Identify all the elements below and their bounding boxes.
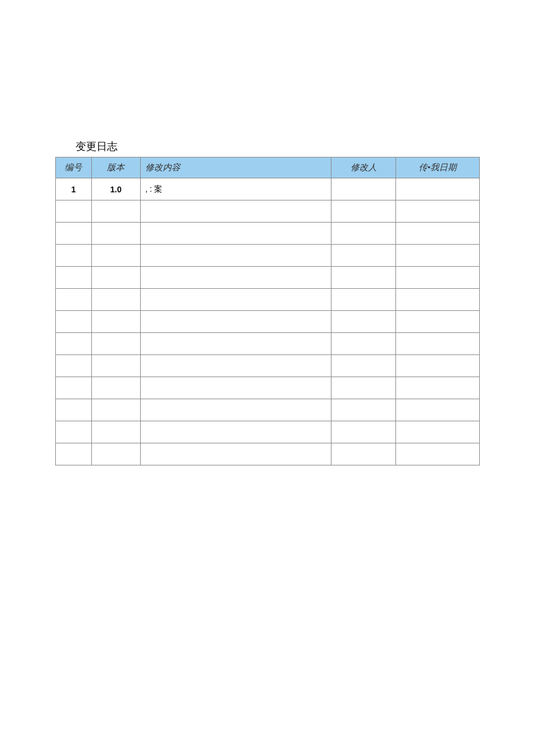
cell-version: 1.0	[91, 178, 140, 200]
cell-date	[396, 421, 480, 443]
cell-date	[396, 223, 480, 245]
cell-person	[331, 311, 396, 333]
cell-person	[331, 421, 396, 443]
table-header-row: 编号 版本 修改内容 修改人 传•我日期	[56, 157, 480, 178]
cell-person	[331, 289, 396, 311]
cell-date	[396, 399, 480, 421]
table-row	[56, 377, 480, 399]
header-content: 修改内容	[140, 157, 331, 178]
table-row	[56, 311, 480, 333]
table-row	[56, 200, 480, 223]
cell-person	[331, 377, 396, 399]
table-row	[56, 355, 480, 377]
cell-content	[140, 289, 331, 311]
cell-version	[91, 311, 140, 333]
header-date: 传•我日期	[396, 157, 480, 178]
cell-date	[396, 443, 480, 465]
cell-person	[331, 267, 396, 289]
header-person: 修改人	[331, 157, 396, 178]
cell-num	[56, 333, 92, 355]
table-body: 1 1.0 , : 案	[56, 178, 480, 465]
cell-num	[56, 311, 92, 333]
cell-version	[91, 200, 140, 223]
cell-date	[396, 178, 480, 200]
cell-version	[91, 245, 140, 267]
cell-num	[56, 355, 92, 377]
cell-date	[396, 311, 480, 333]
cell-content	[140, 355, 331, 377]
cell-num	[56, 200, 92, 223]
cell-person	[331, 178, 396, 200]
cell-content	[140, 333, 331, 355]
cell-date	[396, 289, 480, 311]
cell-version	[91, 289, 140, 311]
cell-content	[140, 377, 331, 399]
cell-num	[56, 421, 92, 443]
cell-person	[331, 443, 396, 465]
header-num: 编号	[56, 157, 92, 178]
cell-content	[140, 399, 331, 421]
cell-date	[396, 267, 480, 289]
header-version: 版本	[91, 157, 140, 178]
document-title: 变更日志	[76, 139, 483, 153]
table-row	[56, 223, 480, 245]
cell-num	[56, 399, 92, 421]
cell-version	[91, 223, 140, 245]
cell-version	[91, 421, 140, 443]
cell-person	[331, 333, 396, 355]
cell-date	[396, 355, 480, 377]
cell-num	[56, 267, 92, 289]
cell-version	[91, 443, 140, 465]
table-row	[56, 443, 480, 465]
cell-content	[140, 200, 331, 223]
cell-person	[331, 399, 396, 421]
table-row	[56, 245, 480, 267]
cell-content	[140, 311, 331, 333]
cell-num	[56, 443, 92, 465]
table-row	[56, 267, 480, 289]
table-row	[56, 333, 480, 355]
table-row	[56, 289, 480, 311]
cell-content	[140, 245, 331, 267]
table-row	[56, 399, 480, 421]
cell-person	[331, 245, 396, 267]
cell-version	[91, 333, 140, 355]
cell-date	[396, 200, 480, 223]
cell-version	[91, 399, 140, 421]
cell-num	[56, 245, 92, 267]
cell-version	[91, 377, 140, 399]
table-row: 1 1.0 , : 案	[56, 178, 480, 200]
cell-person	[331, 355, 396, 377]
cell-num	[56, 377, 92, 399]
cell-num: 1	[56, 178, 92, 200]
cell-content	[140, 421, 331, 443]
changelog-table: 编号 版本 修改内容 修改人 传•我日期 1 1.0 , : 案	[55, 157, 480, 465]
cell-date	[396, 377, 480, 399]
cell-content	[140, 223, 331, 245]
cell-person	[331, 200, 396, 223]
cell-num	[56, 223, 92, 245]
cell-content	[140, 267, 331, 289]
cell-content: , : 案	[140, 178, 331, 200]
cell-person	[331, 223, 396, 245]
cell-num	[56, 289, 92, 311]
cell-date	[396, 333, 480, 355]
table-row	[56, 421, 480, 443]
cell-date	[396, 245, 480, 267]
cell-version	[91, 355, 140, 377]
cell-content	[140, 443, 331, 465]
cell-version	[91, 267, 140, 289]
